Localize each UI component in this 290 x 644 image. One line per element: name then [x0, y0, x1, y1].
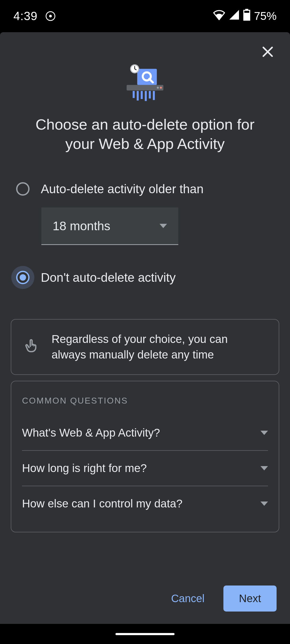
duration-dropdown[interactable]: 18 months	[41, 207, 178, 245]
svg-point-4	[157, 87, 159, 89]
chevron-down-icon	[260, 431, 268, 435]
manual-delete-info: Regardless of your choice, you can alway…	[11, 319, 279, 375]
chevron-down-icon	[260, 466, 268, 470]
radio-icon	[16, 182, 30, 196]
svg-rect-2	[244, 13, 250, 20]
status-time: 4:39	[13, 9, 38, 23]
faq-item-how-else[interactable]: How else can I control my data?	[22, 486, 268, 521]
radio-selected-icon	[16, 271, 30, 284]
chevron-down-icon	[260, 502, 268, 506]
shredder-hero-icon	[0, 63, 290, 103]
chevron-down-icon	[160, 224, 167, 228]
wifi-icon	[213, 9, 225, 23]
dialog-footer: Cancel Next	[0, 573, 290, 624]
auto-delete-dialog: Choose an auto-delete option for your We…	[0, 32, 290, 624]
battery-percentage: 75%	[254, 10, 277, 23]
info-text: Regardless of your choice, you can alway…	[52, 331, 265, 363]
touch-hand-icon	[25, 338, 39, 356]
faq-heading: COMMON QUESTIONS	[22, 396, 268, 406]
option-label: Auto-delete activity older than	[41, 182, 204, 196]
next-button[interactable]: Next	[223, 586, 277, 612]
dropdown-value: 18 months	[53, 219, 110, 233]
common-questions-card: COMMON QUESTIONS What's Web & App Activi…	[11, 381, 279, 532]
faq-item-what-is[interactable]: What's Web & App Activity?	[22, 415, 268, 450]
faq-item-label: How long is right for me?	[22, 462, 147, 475]
battery-icon	[243, 9, 250, 23]
faq-item-label: How else can I control my data?	[22, 497, 183, 510]
faq-item-label: What's Web & App Activity?	[22, 426, 160, 439]
nav-bar	[0, 624, 290, 644]
recording-indicator-icon	[46, 11, 55, 21]
option-label: Don't auto-delete activity	[41, 270, 176, 285]
faq-item-how-long[interactable]: How long is right for me?	[22, 451, 268, 486]
nav-pill-icon[interactable]	[115, 633, 175, 635]
svg-rect-6	[137, 69, 157, 85]
dialog-title: Choose an auto-delete option for your We…	[21, 115, 269, 153]
close-button[interactable]	[258, 42, 277, 61]
status-bar: 4:39 75%	[0, 0, 290, 32]
cancel-button[interactable]: Cancel	[163, 586, 213, 611]
option-dont-auto-delete[interactable]: Don't auto-delete activity	[16, 268, 274, 287]
cell-signal-icon	[229, 9, 240, 23]
option-auto-delete[interactable]: Auto-delete activity older than	[16, 180, 274, 198]
svg-point-5	[160, 87, 162, 89]
